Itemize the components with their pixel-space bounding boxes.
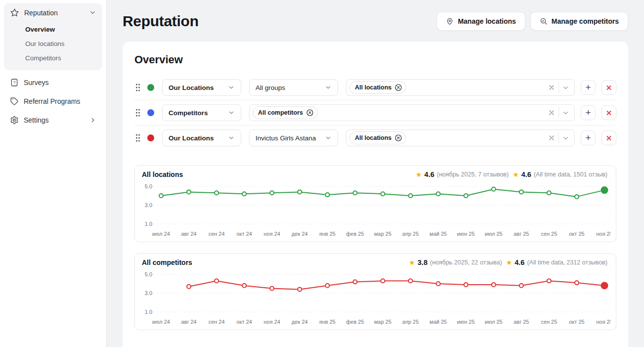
data-point[interactable] [519,190,523,194]
chevron-down-icon[interactable] [89,9,96,16]
locations-multiselect[interactable]: All locations [346,130,575,146]
remove-tag-icon[interactable] [306,109,314,117]
data-point[interactable] [492,283,496,287]
selected-tag: All competitors [253,106,318,119]
x-tick-label: окт 25 [569,319,584,325]
sidebar: Reputation Overview Our locations Compet… [0,0,107,347]
x-tick-label: мар 25 [374,319,391,325]
data-point[interactable] [464,194,468,198]
multiselect-divider [558,82,559,93]
clear-selection-icon[interactable] [548,134,556,142]
source-select[interactable]: Our Locations [162,79,241,96]
data-point[interactable] [601,282,608,289]
filter-row: CompetitorsAll competitors+✕ [134,100,616,125]
data-point[interactable] [547,191,551,195]
sidebar-item-reputation[interactable]: Reputation [4,3,102,22]
chart-title: All competitors [142,259,192,266]
add-filter-row-button[interactable]: + [581,105,596,120]
data-point[interactable] [436,282,440,286]
data-point[interactable] [242,192,246,196]
sidebar-item-surveys[interactable]: ? Surveys [4,73,102,92]
sidebar-item-referral-programs[interactable]: Referral Programs [4,92,102,111]
chart-ratings: ★ 3.8 (ноябрь 2025, 22 отзыва) ★ 4.6 (Al… [409,259,609,266]
delete-filter-row-button[interactable]: ✕ [601,105,616,120]
chevron-right-icon [89,117,96,124]
manage-competitors-button[interactable]: Manage competitors [530,12,628,31]
data-point[interactable] [298,287,301,291]
data-point[interactable] [409,279,413,283]
series-color-dot [147,84,154,91]
chart-line [189,281,604,289]
page-title: Reputation [123,13,199,30]
source-select[interactable]: Our Locations [162,130,241,146]
x-tick-label: авг 24 [181,231,196,237]
data-point[interactable] [492,187,496,191]
x-tick-label: ноя 24 [264,319,280,325]
delete-filter-row-button[interactable]: ✕ [601,130,616,145]
clear-selection-icon[interactable] [548,84,556,91]
x-tick-label: авг 25 [514,231,529,237]
overview-title: Overview [134,53,616,66]
location-select[interactable]: Invictus Girls Astana [249,130,338,146]
x-tick-label: апр 25 [402,231,419,237]
data-point[interactable] [353,191,357,195]
data-point[interactable] [187,285,191,289]
data-point[interactable] [215,191,218,195]
y-tick-label: 1.0 [145,221,152,227]
remove-tag-icon[interactable] [394,84,402,91]
plus-icon: + [585,83,591,92]
data-point[interactable] [601,187,608,193]
data-point[interactable] [575,195,579,199]
x-icon: ✕ [606,84,612,91]
star-icon: ★ [506,259,513,266]
selected-tag: All locations [349,81,406,94]
series-color-dot [147,109,154,116]
x-tick-label: янв 25 [319,231,336,237]
data-point[interactable] [270,191,274,195]
chevron-down-icon[interactable] [562,109,569,117]
data-point[interactable] [575,281,579,285]
data-point[interactable] [325,284,329,288]
remove-tag-icon[interactable] [394,134,402,142]
y-tick-label: 5.0 [145,271,152,277]
drag-handle-icon[interactable] [134,133,141,143]
data-point[interactable] [242,284,246,288]
add-filter-row-button[interactable]: + [581,130,596,145]
data-point[interactable] [436,192,440,196]
map-pin-icon [446,17,454,25]
chevron-down-icon [325,84,332,91]
manage-locations-button[interactable]: Manage locations [436,12,525,31]
manage-locations-label: Manage locations [458,17,515,25]
filter-rows: Our LocationsAll groupsAll locations+✕Co… [134,75,616,150]
source-select[interactable]: Competitors [162,104,241,121]
data-point[interactable] [519,284,523,288]
data-point[interactable] [215,279,218,283]
chevron-down-icon[interactable] [562,134,569,142]
locations-multiselect[interactable]: All locations [346,79,575,96]
sidebar-item-overview[interactable]: Overview [4,22,102,37]
data-point[interactable] [270,287,274,291]
data-point[interactable] [159,194,163,198]
data-point[interactable] [409,194,413,198]
chevron-down-icon [228,109,235,116]
competitors-multiselect[interactable]: All competitors [249,104,575,121]
drag-handle-icon[interactable] [134,108,141,118]
data-point[interactable] [187,190,191,194]
sidebar-item-settings[interactable]: Settings [4,111,102,130]
drag-handle-icon[interactable] [134,83,141,92]
data-point[interactable] [381,192,385,196]
data-point[interactable] [325,193,329,197]
chevron-down-icon[interactable] [562,84,569,91]
add-filter-row-button[interactable]: + [581,80,596,95]
data-point[interactable] [353,280,357,284]
sidebar-item-our-locations[interactable]: Our locations [4,37,102,51]
clear-selection-icon[interactable] [548,109,556,117]
sidebar-item-competitors[interactable]: Competitors [4,51,102,65]
data-point[interactable] [547,279,551,283]
data-point[interactable] [381,279,385,283]
group-select[interactable]: All groups [249,79,338,96]
data-point[interactable] [298,190,301,194]
data-point[interactable] [464,283,468,287]
delete-filter-row-button[interactable]: ✕ [601,80,616,95]
y-tick-label: 3.0 [145,290,152,296]
